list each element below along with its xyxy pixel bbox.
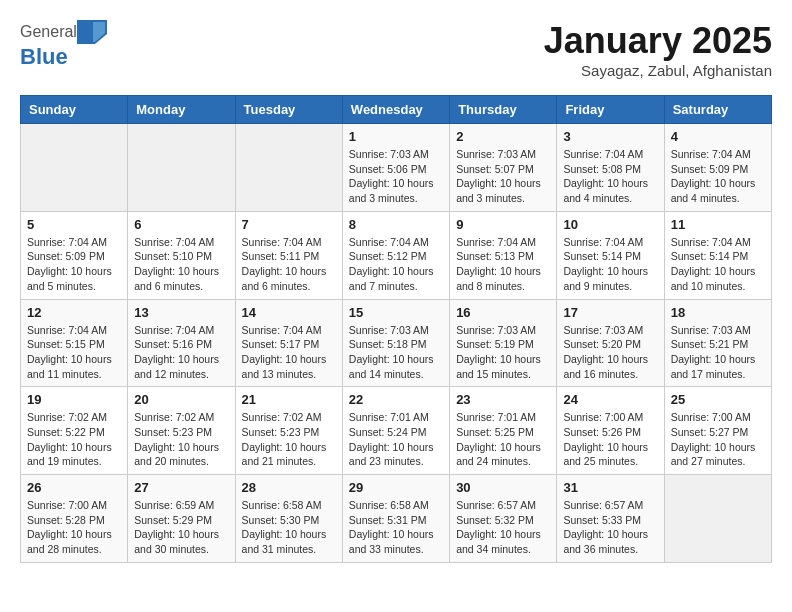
day-number: 2 bbox=[456, 129, 550, 144]
calendar-cell: 4 Sunrise: 7:04 AMSunset: 5:09 PMDayligh… bbox=[664, 124, 771, 212]
day-detail: Sunrise: 6:57 AMSunset: 5:33 PMDaylight:… bbox=[563, 498, 657, 557]
calendar-cell: 1 Sunrise: 7:03 AMSunset: 5:06 PMDayligh… bbox=[342, 124, 449, 212]
weekday-header-friday: Friday bbox=[557, 96, 664, 124]
day-number: 28 bbox=[242, 480, 336, 495]
day-detail: Sunrise: 7:00 AMSunset: 5:26 PMDaylight:… bbox=[563, 410, 657, 469]
day-number: 18 bbox=[671, 305, 765, 320]
day-number: 25 bbox=[671, 392, 765, 407]
day-number: 31 bbox=[563, 480, 657, 495]
day-detail: Sunrise: 7:04 AMSunset: 5:09 PMDaylight:… bbox=[671, 147, 765, 206]
day-number: 19 bbox=[27, 392, 121, 407]
day-detail: Sunrise: 7:03 AMSunset: 5:07 PMDaylight:… bbox=[456, 147, 550, 206]
calendar-body: 1 Sunrise: 7:03 AMSunset: 5:06 PMDayligh… bbox=[21, 124, 772, 563]
day-detail: Sunrise: 7:03 AMSunset: 5:19 PMDaylight:… bbox=[456, 323, 550, 382]
day-detail: Sunrise: 7:04 AMSunset: 5:10 PMDaylight:… bbox=[134, 235, 228, 294]
day-detail: Sunrise: 6:58 AMSunset: 5:30 PMDaylight:… bbox=[242, 498, 336, 557]
day-number: 14 bbox=[242, 305, 336, 320]
calendar-cell: 19 Sunrise: 7:02 AMSunset: 5:22 PMDaylig… bbox=[21, 387, 128, 475]
day-number: 27 bbox=[134, 480, 228, 495]
calendar-cell: 13 Sunrise: 7:04 AMSunset: 5:16 PMDaylig… bbox=[128, 299, 235, 387]
day-detail: Sunrise: 6:57 AMSunset: 5:32 PMDaylight:… bbox=[456, 498, 550, 557]
calendar-cell: 16 Sunrise: 7:03 AMSunset: 5:19 PMDaylig… bbox=[450, 299, 557, 387]
weekday-header-thursday: Thursday bbox=[450, 96, 557, 124]
calendar-cell bbox=[235, 124, 342, 212]
day-number: 17 bbox=[563, 305, 657, 320]
calendar-week-5: 26 Sunrise: 7:00 AMSunset: 5:28 PMDaylig… bbox=[21, 475, 772, 563]
calendar-cell: 7 Sunrise: 7:04 AMSunset: 5:11 PMDayligh… bbox=[235, 211, 342, 299]
day-detail: Sunrise: 7:02 AMSunset: 5:23 PMDaylight:… bbox=[242, 410, 336, 469]
day-number: 24 bbox=[563, 392, 657, 407]
day-number: 16 bbox=[456, 305, 550, 320]
day-detail: Sunrise: 7:03 AMSunset: 5:18 PMDaylight:… bbox=[349, 323, 443, 382]
day-number: 7 bbox=[242, 217, 336, 232]
calendar-cell: 14 Sunrise: 7:04 AMSunset: 5:17 PMDaylig… bbox=[235, 299, 342, 387]
day-detail: Sunrise: 7:04 AMSunset: 5:16 PMDaylight:… bbox=[134, 323, 228, 382]
weekday-header-tuesday: Tuesday bbox=[235, 96, 342, 124]
day-number: 8 bbox=[349, 217, 443, 232]
day-number: 9 bbox=[456, 217, 550, 232]
day-detail: Sunrise: 7:04 AMSunset: 5:09 PMDaylight:… bbox=[27, 235, 121, 294]
calendar-subtitle: Sayagaz, Zabul, Afghanistan bbox=[544, 62, 772, 79]
day-detail: Sunrise: 7:03 AMSunset: 5:20 PMDaylight:… bbox=[563, 323, 657, 382]
calendar-cell: 25 Sunrise: 7:00 AMSunset: 5:27 PMDaylig… bbox=[664, 387, 771, 475]
weekday-header-wednesday: Wednesday bbox=[342, 96, 449, 124]
day-detail: Sunrise: 7:01 AMSunset: 5:24 PMDaylight:… bbox=[349, 410, 443, 469]
calendar-cell: 26 Sunrise: 7:00 AMSunset: 5:28 PMDaylig… bbox=[21, 475, 128, 563]
day-number: 4 bbox=[671, 129, 765, 144]
day-number: 15 bbox=[349, 305, 443, 320]
day-number: 11 bbox=[671, 217, 765, 232]
day-number: 13 bbox=[134, 305, 228, 320]
weekday-header-sunday: Sunday bbox=[21, 96, 128, 124]
calendar-cell: 22 Sunrise: 7:01 AMSunset: 5:24 PMDaylig… bbox=[342, 387, 449, 475]
calendar-header-row: SundayMondayTuesdayWednesdayThursdayFrid… bbox=[21, 96, 772, 124]
day-detail: Sunrise: 7:00 AMSunset: 5:28 PMDaylight:… bbox=[27, 498, 121, 557]
logo-general-text: General bbox=[20, 23, 77, 41]
day-detail: Sunrise: 7:04 AMSunset: 5:11 PMDaylight:… bbox=[242, 235, 336, 294]
calendar-cell: 12 Sunrise: 7:04 AMSunset: 5:15 PMDaylig… bbox=[21, 299, 128, 387]
day-number: 30 bbox=[456, 480, 550, 495]
calendar-cell: 6 Sunrise: 7:04 AMSunset: 5:10 PMDayligh… bbox=[128, 211, 235, 299]
day-detail: Sunrise: 7:04 AMSunset: 5:17 PMDaylight:… bbox=[242, 323, 336, 382]
calendar-week-3: 12 Sunrise: 7:04 AMSunset: 5:15 PMDaylig… bbox=[21, 299, 772, 387]
day-detail: Sunrise: 7:03 AMSunset: 5:21 PMDaylight:… bbox=[671, 323, 765, 382]
day-detail: Sunrise: 7:00 AMSunset: 5:27 PMDaylight:… bbox=[671, 410, 765, 469]
day-detail: Sunrise: 7:04 AMSunset: 5:08 PMDaylight:… bbox=[563, 147, 657, 206]
calendar-week-2: 5 Sunrise: 7:04 AMSunset: 5:09 PMDayligh… bbox=[21, 211, 772, 299]
calendar-cell: 24 Sunrise: 7:00 AMSunset: 5:26 PMDaylig… bbox=[557, 387, 664, 475]
calendar-cell bbox=[664, 475, 771, 563]
logo-icon bbox=[77, 20, 107, 44]
calendar-cell: 30 Sunrise: 6:57 AMSunset: 5:32 PMDaylig… bbox=[450, 475, 557, 563]
calendar-cell: 11 Sunrise: 7:04 AMSunset: 5:14 PMDaylig… bbox=[664, 211, 771, 299]
calendar-cell bbox=[21, 124, 128, 212]
day-number: 5 bbox=[27, 217, 121, 232]
calendar-cell: 18 Sunrise: 7:03 AMSunset: 5:21 PMDaylig… bbox=[664, 299, 771, 387]
day-number: 26 bbox=[27, 480, 121, 495]
calendar-cell: 27 Sunrise: 6:59 AMSunset: 5:29 PMDaylig… bbox=[128, 475, 235, 563]
calendar-cell: 29 Sunrise: 6:58 AMSunset: 5:31 PMDaylig… bbox=[342, 475, 449, 563]
day-detail: Sunrise: 7:04 AMSunset: 5:14 PMDaylight:… bbox=[563, 235, 657, 294]
day-detail: Sunrise: 7:02 AMSunset: 5:22 PMDaylight:… bbox=[27, 410, 121, 469]
day-detail: Sunrise: 6:58 AMSunset: 5:31 PMDaylight:… bbox=[349, 498, 443, 557]
calendar-week-4: 19 Sunrise: 7:02 AMSunset: 5:22 PMDaylig… bbox=[21, 387, 772, 475]
calendar-table: SundayMondayTuesdayWednesdayThursdayFrid… bbox=[20, 95, 772, 563]
calendar-cell: 2 Sunrise: 7:03 AMSunset: 5:07 PMDayligh… bbox=[450, 124, 557, 212]
day-number: 10 bbox=[563, 217, 657, 232]
title-block: January 2025 Sayagaz, Zabul, Afghanistan bbox=[544, 20, 772, 79]
day-number: 23 bbox=[456, 392, 550, 407]
calendar-cell: 3 Sunrise: 7:04 AMSunset: 5:08 PMDayligh… bbox=[557, 124, 664, 212]
calendar-cell: 31 Sunrise: 6:57 AMSunset: 5:33 PMDaylig… bbox=[557, 475, 664, 563]
calendar-cell: 15 Sunrise: 7:03 AMSunset: 5:18 PMDaylig… bbox=[342, 299, 449, 387]
day-detail: Sunrise: 7:02 AMSunset: 5:23 PMDaylight:… bbox=[134, 410, 228, 469]
weekday-header-saturday: Saturday bbox=[664, 96, 771, 124]
calendar-cell: 23 Sunrise: 7:01 AMSunset: 5:25 PMDaylig… bbox=[450, 387, 557, 475]
page-header: General Blue January 2025 Sayagaz, Zabul… bbox=[20, 20, 772, 79]
day-detail: Sunrise: 7:04 AMSunset: 5:14 PMDaylight:… bbox=[671, 235, 765, 294]
calendar-cell: 17 Sunrise: 7:03 AMSunset: 5:20 PMDaylig… bbox=[557, 299, 664, 387]
day-detail: Sunrise: 7:04 AMSunset: 5:12 PMDaylight:… bbox=[349, 235, 443, 294]
calendar-cell: 9 Sunrise: 7:04 AMSunset: 5:13 PMDayligh… bbox=[450, 211, 557, 299]
day-number: 29 bbox=[349, 480, 443, 495]
calendar-cell: 10 Sunrise: 7:04 AMSunset: 5:14 PMDaylig… bbox=[557, 211, 664, 299]
calendar-title: January 2025 bbox=[544, 20, 772, 62]
logo: General Blue bbox=[20, 20, 107, 70]
calendar-cell: 5 Sunrise: 7:04 AMSunset: 5:09 PMDayligh… bbox=[21, 211, 128, 299]
